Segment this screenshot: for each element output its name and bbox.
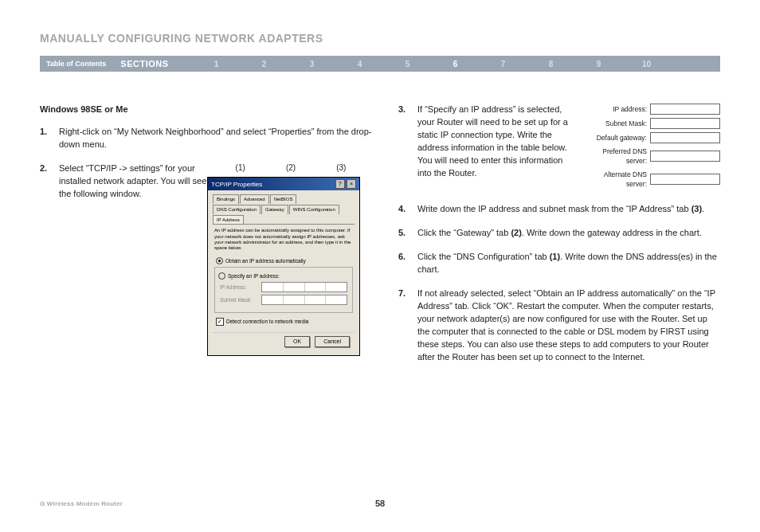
nav-section-1[interactable]: 1 xyxy=(193,60,241,68)
marker-1: (1) xyxy=(236,162,245,174)
cancel-button[interactable]: Cancel xyxy=(315,336,350,347)
ok-button[interactable]: OK xyxy=(284,336,310,347)
dialog-markers: (1) (2) (3) xyxy=(207,162,374,174)
nav-section-2[interactable]: 2 xyxy=(241,60,288,68)
footer-product-name: G Wireless Modem Router xyxy=(40,500,267,507)
nav-section-6[interactable]: 6 xyxy=(432,60,480,68)
ip-address-input[interactable] xyxy=(261,282,347,292)
addr-mask-label: Subnet Mask: xyxy=(585,119,650,128)
nav-section-4[interactable]: 4 xyxy=(336,60,384,68)
step-2-text: Select “TCP/IP -> settings” for your ins… xyxy=(59,162,207,356)
radio-obtain-auto-label: Obtain an IP address automatically xyxy=(225,257,306,264)
addr-ip-box[interactable] xyxy=(650,104,720,115)
step-2-number: 2. xyxy=(40,162,59,356)
tab-bindings[interactable]: Bindings xyxy=(213,194,239,204)
addr-ip-label: IP address: xyxy=(585,104,650,114)
addr-dns1-box[interactable] xyxy=(650,151,720,162)
address-table: IP address: Subnet Mask: Default gateway… xyxy=(585,104,720,192)
nav-sections-label: SECTIONS xyxy=(120,59,192,68)
addr-gateway-box[interactable] xyxy=(650,132,720,143)
nav-section-7[interactable]: 7 xyxy=(480,60,527,68)
tcpip-dialog: TCP/IP Properties ? × Bindings Advanced … xyxy=(207,177,360,356)
tab-dns-configuration[interactable]: DNS Configuration xyxy=(213,205,261,214)
nav-section-3[interactable]: 3 xyxy=(288,60,336,68)
radio-specify-ip[interactable]: Specify an IP address: xyxy=(218,272,347,280)
step-3-number: 3. xyxy=(398,104,417,181)
addr-dns2-label: Alternate DNS server: xyxy=(585,170,650,190)
dialog-description: An IP address can be automatically assig… xyxy=(214,228,353,251)
detect-connection-checkbox[interactable]: ✓ Detect connection to network media xyxy=(216,318,353,326)
radio-dot-icon xyxy=(218,272,225,280)
checkbox-icon: ✓ xyxy=(216,318,224,326)
tab-netbios[interactable]: NetBIOS xyxy=(270,194,297,204)
dialog-close-icon[interactable]: × xyxy=(347,179,356,189)
nav-section-10[interactable]: 10 xyxy=(623,60,671,68)
subnet-mask-input[interactable] xyxy=(261,295,347,305)
addr-dns2-box[interactable] xyxy=(650,174,720,185)
tab-gateway[interactable]: Gateway xyxy=(261,205,288,214)
dialog-help-icon[interactable]: ? xyxy=(335,179,345,189)
step-3: 3. If “Specify an IP address” is selecte… xyxy=(398,104,569,181)
tab-advanced[interactable]: Advanced xyxy=(240,194,269,204)
step-1: 1. Right-click on “My Network Neighborho… xyxy=(40,126,374,151)
nav-section-9[interactable]: 9 xyxy=(575,60,623,68)
step-7-text: If not already selected, select “Obtain … xyxy=(417,288,720,364)
subnet-mask-label: Subnet Mask: xyxy=(220,296,258,303)
ip-address-label: IP Address: xyxy=(220,284,258,291)
step-7-number: 7. xyxy=(398,288,417,364)
tab-ip-address[interactable]: IP Address xyxy=(213,215,244,225)
step-7: 7. If not already selected, select “Obta… xyxy=(398,288,720,364)
step-6-text: Click the “DNS Configuration” tab (1). W… xyxy=(417,251,720,276)
dialog-title-text: TCP/IP Properties xyxy=(211,180,262,190)
tab-wins-configuration[interactable]: WINS Configuration xyxy=(289,205,339,214)
page-title: MANUALLY CONFIGURING NETWORK ADAPTERS xyxy=(40,32,720,45)
nav-section-8[interactable]: 8 xyxy=(527,60,575,68)
marker-3: (3) xyxy=(336,162,346,174)
step-5: 5. Click the “Gateway” tab (2). Write do… xyxy=(398,227,720,240)
radio-dot-icon xyxy=(216,257,223,264)
dialog-tabs: Bindings Advanced NetBIOS DNS Configurat… xyxy=(213,194,355,225)
nav-section-5[interactable]: 5 xyxy=(384,60,432,68)
dialog-titlebar: TCP/IP Properties ? × xyxy=(208,178,359,190)
step-3-text: If “Specify an IP address” is selected, … xyxy=(417,104,569,181)
addr-dns1-label: Preferred DNS server: xyxy=(585,147,650,166)
subheading: Windows 98SE or Me xyxy=(40,104,374,116)
page-footer: G Wireless Modem Router 58 xyxy=(40,499,720,508)
step-4-number: 4. xyxy=(398,203,417,216)
step-1-text: Right-click on “My Network Neighborhood”… xyxy=(59,126,374,151)
page-number: 58 xyxy=(267,499,494,508)
addr-gateway-label: Default gateway: xyxy=(585,133,650,143)
section-nav: Table of Contents SECTIONS 1 2 3 4 5 6 7… xyxy=(40,56,720,72)
step-6: 6. Click the “DNS Configuration” tab (1)… xyxy=(398,251,720,276)
step-5-number: 5. xyxy=(398,227,417,240)
step-5-text: Click the “Gateway” tab (2). Write down … xyxy=(417,227,720,240)
radio-obtain-auto[interactable]: Obtain an IP address automatically xyxy=(216,257,355,264)
step-4: 4. Write down the IP address and subnet … xyxy=(398,203,720,216)
step-6-number: 6. xyxy=(398,251,417,276)
radio-specify-ip-label: Specify an IP address: xyxy=(228,272,280,280)
step-4-text: Write down the IP address and subnet mas… xyxy=(417,203,720,216)
marker-2: (2) xyxy=(286,162,296,174)
addr-mask-box[interactable] xyxy=(650,118,720,129)
step-1-number: 1. xyxy=(40,126,59,151)
detect-connection-label: Detect connection to network media xyxy=(226,318,308,325)
nav-toc[interactable]: Table of Contents xyxy=(46,60,120,68)
